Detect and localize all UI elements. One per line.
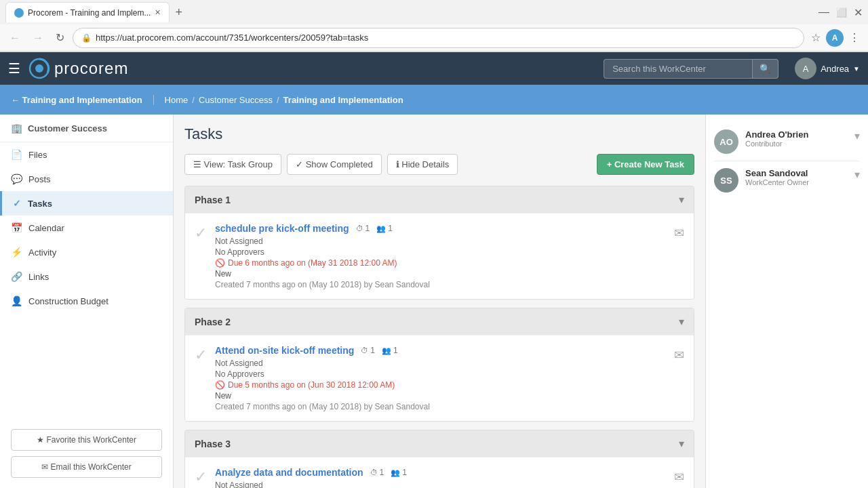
task-email-btn[interactable]: ✉	[674, 348, 684, 363]
show-completed-btn[interactable]: ✓ Show Completed	[287, 154, 382, 175]
contributor-avatar-andrea: AO	[714, 129, 738, 154]
task-badge-time: ⏱ 1	[370, 468, 384, 477]
procorem-logo: procorem	[28, 58, 128, 79]
task-toolbar: ☰ View: Task Group ✓ Show Completed ℹ Hi…	[184, 154, 694, 175]
content-area: Tasks ☰ View: Task Group ✓ Show Complete…	[174, 115, 705, 488]
construction-budget-icon: 👤	[11, 296, 22, 306]
tasks-check-icon: ✓	[13, 198, 21, 209]
tab-close-btn[interactable]: ✕	[155, 8, 161, 17]
phase2-header[interactable]: Phase 2 ▾	[185, 308, 694, 335]
phase3-title: Phase 3	[195, 439, 231, 449]
contributor-name-andrea: Andrea O'brien	[745, 129, 848, 140]
task-title[interactable]: Attend on-site kick-off meeting	[215, 345, 354, 356]
back-to-training-btn[interactable]: ← Training and Implementation	[11, 95, 154, 105]
workcenter-icon: 🏢	[11, 123, 22, 134]
phase2-section: Phase 2 ▾ ✓ Attend on-site kick-off meet…	[184, 308, 694, 422]
contributor-info-andrea: Andrea O'brien Contributor	[745, 129, 848, 148]
maximize-btn[interactable]: ⬜	[836, 7, 847, 18]
view-task-group-btn[interactable]: ☰ View: Task Group	[184, 154, 281, 175]
task-email-btn[interactable]: ✉	[674, 226, 684, 241]
contributor-info-sean: Sean Sandoval WorkCenter Owner	[745, 168, 848, 186]
browser-menu-btn[interactable]: ⋮	[846, 28, 863, 47]
breadcrumb-bar: ← Training and Implementation Home / Cus…	[0, 85, 868, 115]
sidebar-item-activity-label: Activity	[28, 247, 56, 258]
forward-nav-btn[interactable]: →	[28, 29, 47, 47]
phase2-toggle-icon: ▾	[679, 315, 684, 328]
close-btn[interactable]: ✕	[854, 6, 863, 19]
contributor-role-sean: WorkCenter Owner	[745, 178, 848, 186]
breadcrumb: Home / Customer Success / Training and I…	[154, 95, 403, 105]
sidebar-item-construction-budget[interactable]: 👤 Construction Budget	[0, 289, 173, 313]
browser-user-avatar[interactable]: A	[826, 29, 844, 47]
people-icon: 👥	[391, 468, 400, 477]
phase3-section: Phase 3 ▾ ✓ Analyze data and documentati…	[184, 430, 694, 488]
back-nav-btn[interactable]: ←	[5, 29, 24, 47]
phase1-toggle-icon: ▾	[679, 193, 684, 206]
contributor-expand-btn-andrea[interactable]: ▾	[854, 129, 860, 142]
bookmark-btn[interactable]: ☆	[808, 28, 823, 47]
breadcrumb-customer-success[interactable]: Customer Success	[199, 95, 273, 105]
browser-tab[interactable]: Procorem - Training and Implem... ✕	[5, 2, 170, 22]
task-status: New	[215, 269, 666, 279]
breadcrumb-current: Training and Implementation	[283, 95, 403, 105]
email-workcenter-btn[interactable]: ✉ Email this WorkCenter	[11, 456, 162, 478]
breadcrumb-home[interactable]: Home	[165, 95, 189, 105]
clock-icon: ⏱	[356, 224, 363, 232]
minimize-btn[interactable]: —	[818, 6, 829, 18]
task-title-row: schedule pre kick-off meeting ⏱ 1 👥 1	[215, 223, 666, 234]
favorite-workcenter-btn[interactable]: ★ Favorite this WorkCenter	[11, 429, 162, 451]
main-layout: 🏢 Customer Success 📄 Files 💬 Posts ✓ Tas…	[0, 115, 868, 488]
search-btn[interactable]: 🔍	[753, 59, 778, 79]
new-tab-button[interactable]: +	[170, 5, 188, 20]
task-email-btn[interactable]: ✉	[674, 470, 684, 485]
right-panel: AO Andrea O'brien Contributor ▾ SS Sean …	[705, 115, 868, 488]
header-user[interactable]: A Andrea ▼	[795, 58, 860, 79]
search-input[interactable]	[604, 59, 753, 79]
task-assigned: Not Assigned	[215, 237, 666, 246]
warning-icon: 🚫	[215, 380, 225, 390]
sidebar-item-calendar[interactable]: 📅 Calendar	[0, 216, 173, 240]
task-item: ✓ Analyze data and documentation ⏱ 1 👥 1	[185, 457, 694, 488]
people-icon: 👥	[376, 224, 386, 233]
clock-icon: ⏱	[370, 468, 378, 476]
task-badge-people: 👥 1	[376, 224, 393, 233]
task-title[interactable]: Analyze data and documentation	[215, 467, 363, 478]
task-complete-btn[interactable]: ✓	[195, 468, 207, 486]
contributor-expand-btn-sean[interactable]: ▾	[854, 168, 860, 181]
task-badge-time: ⏱ 1	[361, 346, 375, 355]
url-bar[interactable]: 🔒 https://uat.procorem.com/account/7351/…	[73, 28, 804, 48]
svg-point-1	[35, 64, 43, 73]
sidebar-item-tasks[interactable]: ✓ Tasks	[0, 191, 173, 216]
lock-icon: 🔒	[81, 33, 92, 43]
header-search: 🔍	[604, 59, 778, 79]
task-content: Attend on-site kick-off meeting ⏱ 1 👥 1 …	[215, 345, 666, 411]
task-content: Analyze data and documentation ⏱ 1 👥 1 N…	[215, 467, 666, 488]
logo-text: procorem	[54, 59, 128, 78]
task-status: New	[215, 391, 666, 401]
phase1-section: Phase 1 ▾ ✓ schedule pre kick-off meetin…	[184, 186, 694, 300]
task-title-row: Attend on-site kick-off meeting ⏱ 1 👥 1	[215, 345, 666, 356]
sidebar-item-calendar-label: Calendar	[28, 223, 64, 233]
sidebar-item-posts[interactable]: 💬 Posts	[0, 167, 173, 191]
task-complete-btn[interactable]: ✓	[195, 346, 207, 364]
task-item: ✓ Attend on-site kick-off meeting ⏱ 1 👥 …	[185, 335, 694, 421]
sidebar-item-links[interactable]: 🔗 Links	[0, 264, 173, 289]
phase3-header[interactable]: Phase 3 ▾	[185, 430, 694, 457]
warning-icon: 🚫	[215, 258, 225, 268]
tab-title: Procorem - Training and Implem...	[28, 8, 151, 18]
hamburger-btn[interactable]: ☰	[8, 60, 20, 77]
files-icon: 📄	[11, 149, 22, 160]
task-complete-btn[interactable]: ✓	[195, 224, 207, 242]
refresh-btn[interactable]: ↻	[52, 28, 68, 47]
sidebar-item-activity[interactable]: ⚡ Activity	[0, 240, 173, 264]
app-header: ☰ procorem 🔍 A Andrea ▼	[0, 52, 868, 85]
task-approvers: No Approvers	[215, 369, 666, 379]
phase1-header[interactable]: Phase 1 ▾	[185, 186, 694, 213]
sidebar-item-files-label: Files	[28, 150, 47, 160]
phase1-title: Phase 1	[195, 195, 231, 205]
task-title[interactable]: schedule pre kick-off meeting	[215, 223, 349, 234]
create-new-task-btn[interactable]: + Create New Task	[597, 154, 694, 175]
hide-details-btn[interactable]: ℹ Hide Details	[387, 154, 458, 175]
sidebar-item-files[interactable]: 📄 Files	[0, 142, 173, 167]
sidebar-item-posts-label: Posts	[28, 174, 51, 184]
